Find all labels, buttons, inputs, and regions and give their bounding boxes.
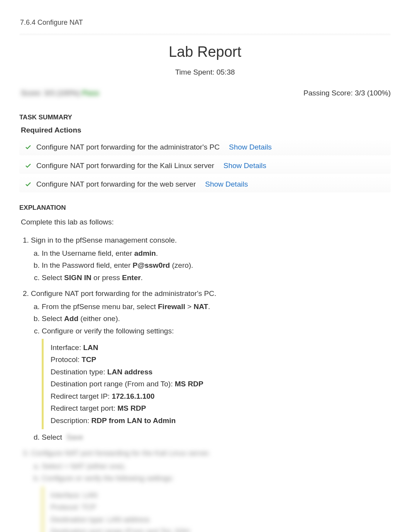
- hidden-line: Protocol: TCP: [51, 501, 391, 513]
- value: RDP from LAN to Admin: [91, 416, 176, 425]
- score-row: Score: 3/3 (100%) Pass Passing Score: 3/…: [19, 88, 391, 98]
- show-details-link[interactable]: Show Details: [205, 180, 248, 189]
- breadcrumb: 7.6.4 Configure NAT: [19, 15, 391, 30]
- t: Select: [42, 433, 64, 441]
- required-actions-heading: Required Actions: [21, 126, 391, 134]
- label: Interface:: [51, 343, 83, 352]
- value: MS RDP: [117, 404, 146, 412]
- show-details-link[interactable]: Show Details: [224, 161, 266, 170]
- step-1-text: Sign in to the pfSense management consol…: [31, 236, 177, 244]
- score-pass: Pass: [82, 89, 99, 97]
- step-2-text: Configure NAT port forwarding for the ad…: [31, 289, 216, 297]
- bold: admin: [134, 249, 156, 257]
- t: .: [141, 274, 143, 282]
- label: Protocol:: [51, 355, 81, 364]
- hidden-3a: Select + NAT (either one).: [42, 461, 391, 472]
- task-summary-heading: TASK SUMMARY: [19, 114, 391, 121]
- settings-block: Interface: LAN Protocol: TCP Destination…: [42, 339, 391, 429]
- step-1a: In the Username field, enter admin.: [42, 248, 391, 259]
- check-icon: [25, 181, 32, 188]
- hidden-text: Save: [64, 433, 85, 441]
- step-3-sub: Select + NAT (either one). Configure or …: [31, 461, 391, 532]
- task-text: Configure NAT port forwarding for the Ka…: [36, 161, 214, 170]
- explanation-heading: EXPLANATION: [19, 204, 391, 212]
- t: Select: [42, 274, 64, 282]
- t: From the pfSense menu bar, select: [42, 303, 158, 311]
- t: Configure or verify the following settin…: [42, 327, 174, 335]
- task-row: Configure NAT port forwarding for the ad…: [19, 139, 391, 155]
- steps-list: Sign in to the pfSense management consol…: [19, 235, 391, 532]
- hidden-title: Configure NAT port forwarding for the Ka…: [31, 449, 210, 457]
- divider: [19, 34, 391, 36]
- task-text: Configure NAT port forwarding for the ad…: [36, 143, 220, 151]
- value: TCP: [81, 355, 96, 364]
- passing-score: Passing Score: 3/3 (100%): [303, 89, 391, 97]
- hidden-line: Destination type: LAN address: [51, 514, 391, 525]
- step-2a: From the pfSense menu bar, select Firewa…: [42, 301, 391, 312]
- t: or press: [91, 274, 122, 282]
- explanation-intro: Complete this lab as follows:: [21, 216, 391, 228]
- t: In the Username field, enter: [42, 249, 134, 257]
- task-row: Configure NAT port forwarding for the Ka…: [19, 158, 391, 174]
- step-2d: Select Save: [42, 432, 391, 443]
- step-1b: In the Password field, enter P@ssw0rd (z…: [42, 260, 391, 271]
- score-left-hidden: Score: 3/3 (100%) Pass: [19, 88, 101, 98]
- step-2: Configure NAT port forwarding for the ad…: [31, 288, 391, 443]
- bold: SIGN IN: [64, 274, 91, 282]
- step-2-sub: From the pfSense menu bar, select Firewa…: [31, 301, 391, 443]
- t: (zero).: [170, 261, 193, 269]
- t: Select: [42, 314, 64, 323]
- score-text: Score: 3/3 (100%): [21, 89, 82, 97]
- page-title: Lab Report: [19, 44, 391, 60]
- time-spent: Time Spent: 05:38: [19, 68, 391, 76]
- task-row: Configure NAT port forwarding for the we…: [19, 176, 391, 192]
- step-2b: Select Add (either one).: [42, 313, 391, 324]
- value: LAN address: [107, 368, 152, 376]
- bold: Add: [64, 314, 78, 323]
- hidden-line: Destination port range (From and To): SS…: [51, 526, 391, 532]
- bold: Enter: [122, 274, 141, 282]
- value: MS RDP: [175, 380, 203, 388]
- check-icon: [25, 144, 32, 151]
- step-1c: Select SIGN IN or press Enter.: [42, 272, 391, 283]
- task-text: Configure NAT port forwarding for the we…: [36, 180, 196, 189]
- value: LAN: [83, 343, 98, 352]
- show-details-link[interactable]: Show Details: [229, 143, 272, 151]
- t: .: [208, 303, 210, 311]
- bold: P@ssw0rd: [133, 261, 170, 269]
- t: Configure or verify the following settin…: [42, 474, 174, 482]
- bold: Firewall: [158, 303, 185, 311]
- label: Destination port range (From and To):: [51, 380, 175, 388]
- label: Redirect target port:: [51, 404, 117, 412]
- settings-block-hidden: Interface: LAN Protocol: TCP Destination…: [42, 486, 391, 532]
- value: 172.16.1.100: [112, 392, 154, 400]
- explanation-body: Complete this lab as follows: Sign in to…: [19, 216, 391, 532]
- t: In the Password field, enter: [42, 261, 133, 269]
- step-2c: Configure or verify the following settin…: [42, 325, 391, 430]
- t: (either one).: [78, 314, 120, 323]
- check-icon: [25, 162, 32, 169]
- hidden-line: Interface: LAN: [51, 490, 391, 501]
- step-1-sub: In the Username field, enter admin. In t…: [31, 248, 391, 283]
- step-3-hidden: Configure NAT port forwarding for the Ka…: [31, 447, 391, 532]
- label: Redirect target IP:: [51, 392, 112, 400]
- t: >: [185, 303, 194, 311]
- label: Destination type:: [51, 368, 107, 376]
- label: Description:: [51, 416, 91, 425]
- t: .: [156, 249, 158, 257]
- bold: NAT: [193, 303, 208, 311]
- hidden-3b: Configure or verify the following settin…: [42, 473, 391, 532]
- step-1: Sign in to the pfSense management consol…: [31, 235, 391, 283]
